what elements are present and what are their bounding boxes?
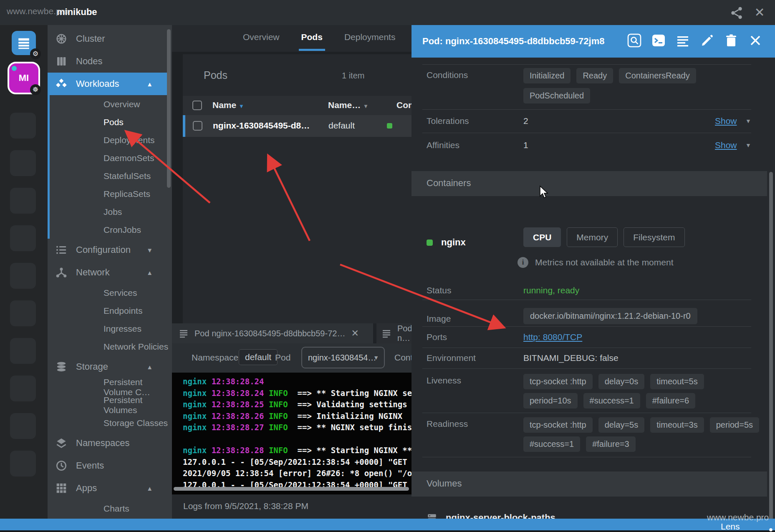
affinities-count: 1 [523,140,528,150]
panel-scrollbar[interactable] [769,172,773,531]
sidebar-item-services[interactable]: Services [48,284,169,302]
badge: delay=5s [598,417,645,433]
sidebar-item-statefulsets[interactable]: StatefulSets [48,167,169,185]
tolerations-count: 2 [523,116,528,126]
sidebar-item-persistent-volumes[interactable]: Persistent Volumes [48,396,169,414]
close-window-icon[interactable]: ✕ [752,5,767,20]
cluster-placeholder[interactable] [10,150,36,176]
metric-tab-memory[interactable]: Memory [567,227,618,247]
sidebar-item-endpoints[interactable]: Endpoints [48,302,169,320]
tolerations-show-link[interactable]: Show [715,116,737,126]
metric-tab-filesystem[interactable]: Filesystem [624,227,684,247]
sidebar-item-pods[interactable]: Pods [48,113,169,131]
tab-overview[interactable]: Overview [243,25,280,52]
sidebar-item-daemonsets[interactable]: DaemonSets [48,149,169,167]
badge: Initialized [523,68,571,83]
trash-icon[interactable] [724,33,738,48]
status-value: running, ready [523,285,579,295]
sidebar-scrollbar[interactable] [167,29,171,188]
catalog-button[interactable]: ⚙ [12,31,36,55]
log-line: nginx 12:38:28.27 INFO ==> ** NGINX setu… [183,422,411,434]
sidebar-item-label: Network [76,267,110,278]
row-checkbox[interactable] [193,121,202,131]
log-output: nginx 12:38:28.24nginx 12:38:28.24 INFO … [172,373,411,494]
sidebar-item-network[interactable]: Network▲ [48,261,169,284]
sidebar-item-deployments[interactable]: Deployments [48,131,169,149]
pod-label: Pod [275,353,290,363]
sidebar-item-storage[interactable]: Storage▲ [48,356,169,378]
workloads-tabs: OverviewPodsDeployments [243,25,395,52]
sidebar-item-ingresses[interactable]: Ingresses [48,320,169,338]
log-horizontal-scrollbar[interactable] [174,487,409,491]
wheel-icon [55,33,68,45]
sidebar-item-replicasets[interactable]: ReplicaSets [48,185,169,203]
sidebar-item-apps[interactable]: Apps▲ [48,477,169,499]
containers-section-header: Containers [411,171,767,196]
cluster-avatar[interactable]: MI ☸ [8,62,40,94]
cluster-placeholder[interactable] [10,451,36,477]
log-timestamp: Logs from 9/5/2021, 8:38:28 PM [183,501,308,511]
cluster-placeholder[interactable] [10,376,36,401]
caret-icon: ▼ [363,103,369,109]
sidebar-item-label: Persistent Volume C… [104,377,169,397]
affinities-show-link[interactable]: Show [715,140,737,150]
close-icon[interactable] [748,33,762,48]
sidebar-item-persistent-volume-claims[interactable]: Persistent Volume C… [48,378,169,396]
cluster-placeholder[interactable] [10,263,36,289]
badge: timeout=3s [650,417,704,433]
log-line: nginx 12:38:28.28 INFO ==> ** Starting N… [183,445,411,456]
bottom-edge [0,530,775,532]
sidebar-item-network-policies[interactable]: Network Policies [48,338,169,356]
environment-value: BITNAMI_DEBUG: false [523,353,618,363]
sidebar-item-jobs[interactable]: Jobs [48,203,169,221]
chevron-up-icon: ▲ [146,363,153,371]
cluster-placeholder[interactable] [10,225,36,251]
pods-panel-title: Pods [204,69,227,81]
log-line: nginx 12:38:28.24 INFO ==> ** Starting N… [183,388,411,399]
pod-select[interactable]: nginx-16308454…▼ [301,347,385,368]
sidebar-item-cronjobs[interactable]: CronJobs [48,221,169,239]
tab-deployments[interactable]: Deployments [344,25,396,52]
cluster-placeholder[interactable] [10,338,36,364]
cluster-placeholder[interactable] [10,413,36,439]
cluster-placeholder[interactable] [10,113,36,139]
edit-icon[interactable] [700,33,714,48]
logs-tab-icon [179,328,189,338]
metric-tab-cpu[interactable]: CPU [523,227,561,247]
lens-login[interactable]: Lens Login [721,522,775,532]
cluster-placeholder[interactable] [10,300,36,326]
terminal-icon[interactable] [651,33,666,48]
apps-icon [55,482,68,494]
conditions-label: Conditions [427,70,468,80]
table-icon [17,36,31,50]
search-icon[interactable] [627,33,641,48]
gear-badge-icon: ⚙ [30,48,41,59]
column-namespace[interactable]: Name… ▼ [328,100,369,110]
lines-icon[interactable] [676,33,690,48]
container-status-dot [387,123,392,129]
sidebar-item-label: ReplicaSets [104,189,150,199]
sidebar-item-events[interactable]: Events [48,454,169,477]
share-icon[interactable] [730,6,744,20]
layers-icon [55,437,68,449]
port-forward-link[interactable]: http: 8080/TCP [523,332,582,342]
cluster-placeholder[interactable] [10,188,36,214]
pod-table-row[interactable]: nginx-1630845495-d8… default [183,115,411,137]
workloads-icon [55,78,68,90]
sidebar-item-charts[interactable]: Charts [48,499,169,517]
sidebar-item-configuration[interactable]: Configuration▼ [48,239,169,261]
dock-tab-close-icon[interactable]: ✕ [351,328,358,339]
dock-tab-pod-logs[interactable]: Pod nginx-1630845495-d8dbbcb59-72… ✕ [172,323,373,343]
select-all-checkbox[interactable] [192,101,202,110]
tab-pods[interactable]: Pods [301,25,323,52]
sidebar-item-workloads[interactable]: Workloads▲ [48,73,169,95]
dock-tab-pod-logs-2[interactable]: Pod n… [376,323,417,343]
sidebar-item-namespaces[interactable]: Namespaces [48,432,169,454]
column-name[interactable]: Name ▼ [212,100,244,110]
sidebar-item-nodes[interactable]: Nodes [48,50,169,73]
sidebar-item-storage-classes[interactable]: Storage Classes [48,414,169,432]
sidebar-item-workloads-overview[interactable]: Overview [48,95,169,113]
badge: #success=1 [523,436,580,452]
sidebar-item-cluster[interactable]: Cluster [48,28,169,50]
chevron-up-icon: ▲ [146,269,153,276]
